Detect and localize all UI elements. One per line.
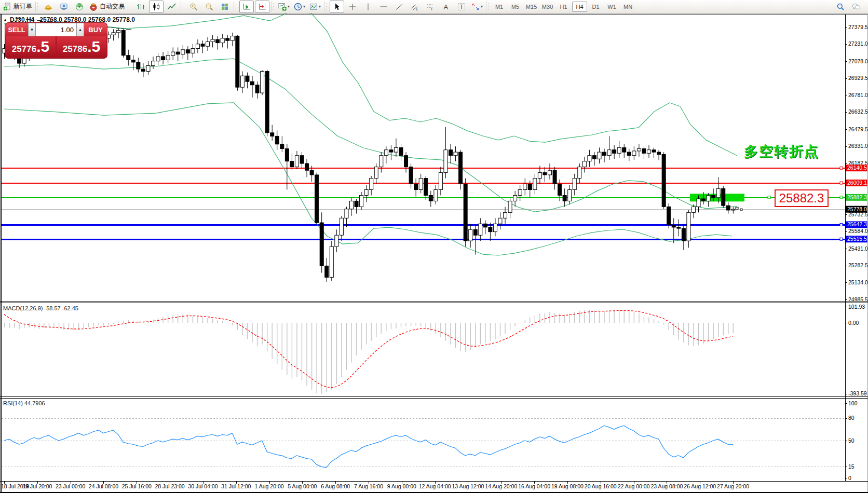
trendline-button[interactable] (392, 1, 406, 13)
macd-indicator-label: MACD(12,26,9) -58.57 -62.45 (3, 305, 78, 311)
volume-increase-button[interactable]: ▲ (76, 23, 84, 36)
candle-body (201, 44, 205, 46)
crosshair-button[interactable] (345, 1, 360, 13)
candle-body (702, 199, 706, 201)
periodicity-button[interactable]: ▾ (292, 1, 307, 13)
dropdown-caret-icon[interactable]: ▾ (319, 4, 321, 9)
autotrading-button[interactable]: 自动交易 (88, 1, 126, 13)
candlestick-button[interactable] (149, 1, 164, 13)
channel-button[interactable]: E (408, 1, 422, 13)
search-button[interactable] (833, 1, 848, 13)
shapes-button[interactable]: ▾ (470, 1, 484, 13)
candle-body (513, 195, 517, 201)
candle-body (364, 189, 368, 195)
chart-shift-button[interactable] (255, 1, 269, 13)
autotrading-button-label: 自动交易 (100, 2, 125, 11)
time-axis-area[interactable] (0, 482, 868, 492)
tf-d1[interactable]: D1 (588, 2, 603, 12)
auto-scroll-button[interactable] (239, 1, 254, 13)
level-handle[interactable] (840, 167, 843, 169)
tf-m5[interactable]: M5 (508, 2, 523, 12)
candle-body (340, 218, 343, 235)
text-button[interactable]: A (439, 1, 453, 13)
sell-price-button[interactable]: 25776 .5 (6, 36, 56, 58)
new-chart-button[interactable]: ▾ (277, 1, 291, 13)
tile-windows-button[interactable] (218, 1, 232, 13)
tf-mn[interactable]: MN (620, 2, 635, 12)
volume-decrease-button[interactable]: ▼ (28, 23, 36, 36)
zoom-in-button[interactable] (186, 1, 201, 13)
candle-body (504, 212, 507, 218)
candle-body (230, 36, 234, 40)
candle-body (697, 199, 700, 207)
new-order-button-label: 新订单 (13, 2, 32, 11)
last-quote-marker (736, 207, 738, 209)
buy-button[interactable]: BUY (84, 23, 107, 36)
candle-body (255, 85, 259, 93)
tf-w1[interactable]: W1 (604, 2, 619, 12)
market-watch-button[interactable] (57, 1, 71, 13)
horizontal-line-icon (379, 3, 388, 11)
toolbar-right-group (833, 1, 867, 13)
metaeditor-button[interactable] (41, 1, 56, 13)
tf-m1-label: M1 (495, 4, 503, 10)
cursor-button[interactable] (330, 1, 344, 13)
buy-price-frac: .5 (87, 36, 100, 57)
buy-price-button[interactable]: 25786 .5 (57, 36, 106, 58)
candle-body (642, 149, 646, 154)
horizontal-line-button[interactable] (376, 1, 391, 13)
fibonacci-button[interactable]: F (423, 1, 438, 13)
dropdown-caret-icon[interactable]: ▾ (481, 4, 483, 9)
candle-body (315, 175, 319, 223)
candle-body (350, 201, 354, 209)
candle-body (667, 207, 671, 225)
rsi-line (4, 426, 733, 468)
signals-button[interactable] (72, 1, 87, 13)
bar-chart-button[interactable] (133, 1, 148, 13)
candle-body (573, 179, 576, 190)
main-toolbar: 新订单自动交易▾▾▾EFAT▾M1M5M15M30H1H4D1W1MN (0, 0, 868, 13)
tf-h1[interactable]: H1 (556, 2, 571, 12)
zoom-out-icon (205, 3, 213, 11)
candle-body (211, 39, 214, 42)
label-button[interactable]: T (454, 1, 469, 13)
candle-body (384, 150, 388, 156)
line-chart-button[interactable] (165, 1, 179, 13)
candle-body (682, 228, 685, 241)
volume-input[interactable]: 1.00 (36, 23, 76, 36)
candle-body (598, 152, 601, 159)
metaeditor-icon (44, 3, 52, 11)
tf-mn-label: MN (623, 4, 632, 10)
level-handle[interactable] (840, 196, 843, 199)
pivot-annotation-text[interactable]: 多空转折点 (744, 142, 819, 161)
candle-body (161, 57, 165, 60)
tf-m15[interactable]: M15 (524, 2, 539, 12)
templates-button[interactable]: ▾ (308, 1, 322, 13)
dropdown-caret-icon[interactable]: ▾ (303, 4, 305, 9)
level-handle[interactable] (840, 223, 843, 226)
collapse-triangle-icon[interactable]: ▲ (3, 18, 7, 22)
zoom-out-button[interactable] (202, 1, 216, 13)
level-handle[interactable] (840, 238, 843, 240)
price-callout-box[interactable]: 25882.3 (775, 189, 829, 207)
tf-h4[interactable]: H4 (572, 2, 587, 12)
candle-body (662, 155, 666, 207)
auto-scroll-icon (242, 3, 251, 11)
chat-button[interactable] (849, 1, 863, 13)
sell-button[interactable]: SELL (5, 23, 28, 36)
price-axis-area[interactable] (845, 15, 868, 481)
candle-body (404, 156, 408, 167)
candle-body (632, 151, 636, 156)
new-order-button[interactable]: 新订单 (2, 1, 34, 13)
candle-body (647, 150, 651, 154)
pivot-line-handle[interactable] (768, 196, 770, 199)
dropdown-caret-icon[interactable]: ▾ (288, 4, 290, 9)
candle-body (473, 229, 477, 235)
candle-body (196, 44, 199, 49)
tf-m1[interactable]: M1 (492, 2, 507, 12)
vertical-line-button[interactable] (361, 1, 375, 13)
candle-body (731, 209, 735, 210)
level-handle[interactable] (840, 182, 843, 184)
tf-m30[interactable]: M30 (540, 2, 555, 12)
candle-body (186, 50, 189, 53)
